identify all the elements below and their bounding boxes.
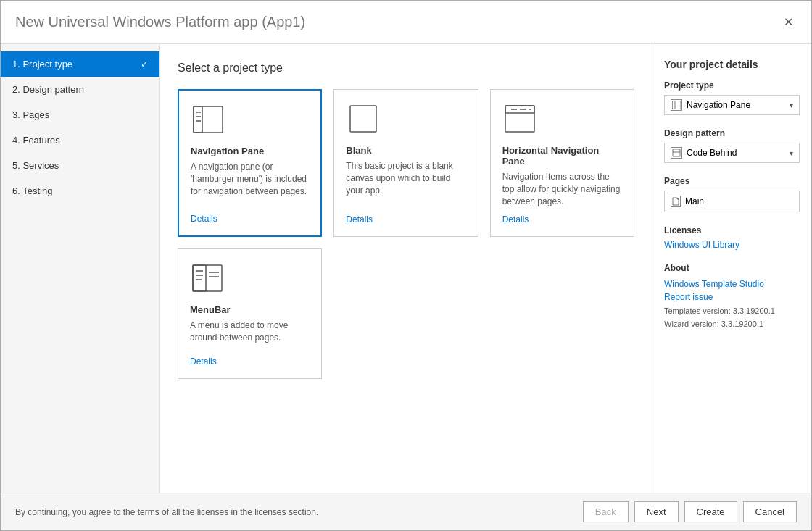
windows-ui-library-link[interactable]: Windows UI Library	[664, 240, 800, 250]
content-area: Select a project type Navigation Pane	[160, 44, 652, 493]
pages-box: Main	[664, 191, 800, 212]
about-section: About Windows Template Studio Report iss…	[664, 263, 800, 330]
card-details-link[interactable]: Details	[191, 214, 309, 224]
svg-rect-12	[193, 265, 206, 291]
card-navigation-pane[interactable]: Navigation Pane A navigation pane (or 'h…	[178, 89, 322, 237]
section-title: Select a project type	[178, 62, 634, 75]
right-panel: Your project details Project type Naviga…	[652, 44, 811, 493]
project-cards: Navigation Pane A navigation pane (or 'h…	[178, 89, 634, 237]
wizard-version: Wizard version: 3.3.19200.1	[664, 318, 800, 331]
card-details-link[interactable]: Details	[346, 214, 465, 225]
navigation-pane-icon	[191, 102, 225, 137]
create-button[interactable]: Create	[684, 501, 737, 522]
licenses-section: Licenses Windows UI Library	[664, 225, 800, 250]
sidebar-item-label: 2. Design pattern	[12, 84, 84, 95]
dropdown-chevron-icon: ▾	[790, 101, 793, 109]
svg-rect-20	[673, 149, 680, 156]
main-dialog: New Universal Windows Platform app (App1…	[0, 0, 812, 531]
dropdown-chevron-icon: ▾	[790, 149, 793, 157]
blank-icon	[346, 101, 381, 136]
close-button[interactable]: ✕	[779, 14, 797, 31]
sidebar-item-project-type[interactable]: 1. Project type ✓	[1, 51, 160, 77]
menubar-icon	[190, 261, 225, 296]
sidebar-item-label: 6. Testing	[12, 185, 52, 196]
title-bar-left: New Universal Windows Platform app (App1…	[15, 14, 305, 30]
project-type-dropdown[interactable]: Navigation Pane ▾	[664, 95, 800, 115]
card-details-link[interactable]: Details	[190, 356, 310, 367]
report-issue-link[interactable]: Report issue	[664, 292, 800, 302]
sidebar-item-label: 1. Project type	[12, 59, 72, 70]
design-pattern-dropdown[interactable]: Code Behind ▾	[664, 143, 800, 163]
sidebar-item-design-pattern[interactable]: 2. Design pattern	[1, 77, 160, 102]
terms-text: By continuing, you agree to the terms of…	[15, 507, 318, 517]
sidebar-item-label: 3. Pages	[12, 109, 49, 120]
card-description: Navigation Items across the top allow fo…	[502, 171, 622, 207]
doc-icon	[671, 196, 681, 207]
sidebar-item-pages[interactable]: 3. Pages	[1, 102, 160, 127]
card-horizontal-navigation-pane[interactable]: Horizontal Navigation Pane Navigation It…	[490, 89, 634, 237]
svg-rect-19	[672, 101, 681, 109]
main-content: 1. Project type ✓ 2. Design pattern 3. P…	[1, 44, 811, 493]
design-pattern-label: Design pattern	[664, 128, 800, 138]
title-bar: New Universal Windows Platform app (App1…	[1, 1, 811, 44]
templates-version: Templates version: 3.3.19200.1	[664, 305, 800, 318]
windows-template-studio-link[interactable]: Windows Template Studio	[664, 279, 800, 289]
card-title: Horizontal Navigation Pane	[502, 145, 622, 167]
sidebar-item-label: 5. Services	[12, 160, 59, 171]
dialog-title: New Universal Windows Platform app (App1…	[15, 14, 305, 30]
sidebar: 1. Project type ✓ 2. Design pattern 3. P…	[1, 44, 160, 493]
design-pattern-dropdown-icon	[671, 147, 682, 159]
project-type-label: Project type	[664, 80, 800, 91]
sidebar-item-label: 4. Features	[12, 135, 60, 146]
card-title: Navigation Pane	[191, 146, 309, 156]
dropdown-inner: Code Behind	[671, 147, 737, 159]
menubar-row: MenuBar A menu is added to move around b…	[178, 248, 634, 379]
right-panel-title: Your project details	[664, 59, 800, 70]
svg-rect-18	[672, 101, 675, 109]
card-description: A navigation pane (or 'hamburger menu') …	[191, 161, 309, 206]
pages-section: Pages Main	[664, 176, 800, 212]
card-title: Blank	[346, 145, 465, 156]
svg-rect-5	[350, 106, 376, 132]
about-label: About	[664, 263, 800, 273]
cancel-button[interactable]: Cancel	[743, 501, 797, 522]
next-button[interactable]: Next	[634, 501, 679, 522]
sidebar-item-features[interactable]: 4. Features	[1, 127, 160, 153]
design-pattern-section: Design pattern Code Behind ▾	[664, 128, 800, 163]
horizontal-nav-icon	[502, 101, 537, 136]
dialog-title-main: New Universal Windows Platform app	[15, 14, 258, 30]
svg-rect-0	[194, 106, 223, 133]
check-icon: ✓	[141, 59, 148, 70]
dropdown-inner: Navigation Pane	[671, 99, 750, 111]
pages-label: Pages	[664, 176, 800, 186]
footer-terms: By continuing, you agree to the terms of…	[15, 507, 318, 517]
card-details-link[interactable]: Details	[502, 214, 622, 225]
project-type-section: Project type Navigation Pane ▾	[664, 80, 800, 115]
svg-rect-1	[194, 106, 202, 133]
card-description: This basic project is a blank canvas upo…	[346, 160, 465, 207]
card-title: MenuBar	[190, 304, 310, 315]
licenses-label: Licenses	[664, 225, 800, 235]
card-description: A menu is added to move around between p…	[190, 319, 310, 349]
footer: By continuing, you agree to the terms of…	[1, 493, 811, 530]
project-type-value: Navigation Pane	[687, 100, 750, 110]
version-info: Templates version: 3.3.19200.1 Wizard ve…	[664, 305, 800, 330]
card-menubar[interactable]: MenuBar A menu is added to move around b…	[178, 248, 322, 379]
sidebar-item-testing[interactable]: 6. Testing	[1, 178, 160, 204]
sidebar-item-services[interactable]: 5. Services	[1, 153, 160, 178]
footer-buttons: Back Next Create Cancel	[583, 501, 797, 522]
pages-value: Main	[685, 196, 704, 206]
nav-pane-dropdown-icon	[671, 99, 682, 111]
dialog-title-suffix: (App1)	[262, 14, 305, 30]
card-blank[interactable]: Blank This basic project is a blank canv…	[334, 89, 478, 237]
design-pattern-value: Code Behind	[687, 148, 737, 158]
back-button[interactable]: Back	[583, 501, 629, 522]
svg-rect-11	[193, 265, 222, 291]
